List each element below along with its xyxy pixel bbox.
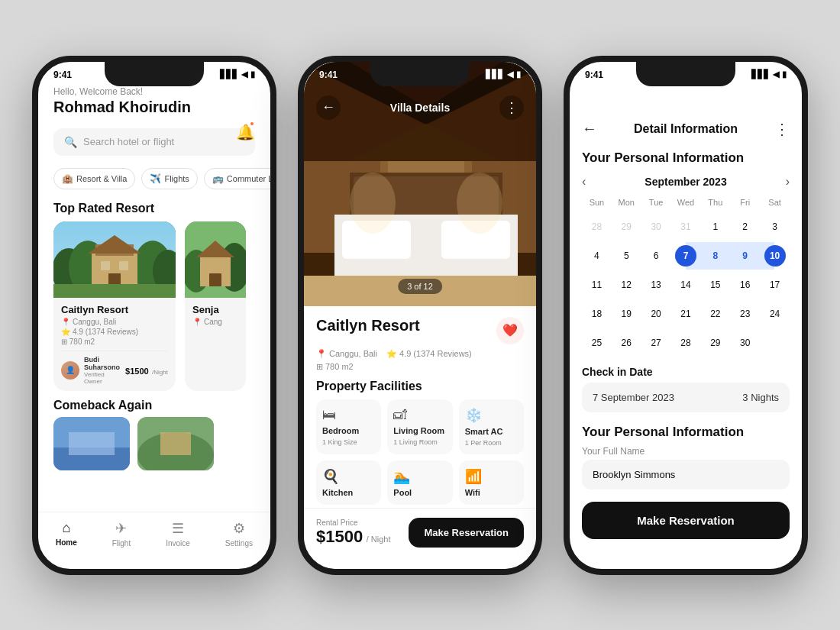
filter-flights[interactable]: ✈️ Flights bbox=[141, 168, 197, 189]
day-thu: Thu bbox=[700, 195, 730, 210]
nav-flight[interactable]: ✈ Flight bbox=[112, 520, 131, 548]
reserve-button[interactable]: Make Reservation bbox=[582, 502, 790, 539]
cal-day-22[interactable]: 22 bbox=[700, 300, 730, 328]
cal-day-29[interactable]: 29 bbox=[700, 329, 730, 357]
cal-day-29p[interactable]: 29 bbox=[612, 213, 641, 241]
resort-card-1[interactable]: Caitlyn Resort 📍 Canggu, Bali ⭐ 4.9 (137… bbox=[53, 221, 176, 391]
cal-day-28[interactable]: 28 bbox=[671, 329, 701, 357]
facility-living-sub: 1 Living Room bbox=[393, 438, 438, 446]
cal-day-20[interactable]: 20 bbox=[641, 300, 671, 328]
cal-day-2[interactable]: 2 bbox=[730, 213, 760, 241]
cal-day-empty bbox=[760, 329, 790, 357]
cal-day-18[interactable]: 18 bbox=[582, 300, 612, 328]
flight-nav-icon: ✈ bbox=[115, 520, 127, 537]
cal-day-3[interactable]: 3 bbox=[760, 213, 790, 241]
cal-day-16[interactable]: 16 bbox=[730, 271, 760, 299]
phone-notch-2 bbox=[370, 62, 470, 86]
filter-commuter[interactable]: 🚌 Commuter Line bbox=[204, 168, 270, 189]
filter-resort-label: Resort & Villa bbox=[76, 174, 127, 183]
cal-day-25[interactable]: 25 bbox=[582, 329, 612, 357]
villa-price-unit: / Night bbox=[367, 535, 391, 544]
svg-rect-23 bbox=[160, 432, 191, 455]
cal-day-26[interactable]: 26 bbox=[612, 329, 641, 357]
cal-day-28p[interactable]: 28 bbox=[582, 213, 612, 241]
cal-day-5[interactable]: 5 bbox=[612, 242, 641, 270]
calendar-day-names: Sun Mon Tue Wed Thu Fri Sat bbox=[582, 195, 790, 210]
villa-location: 📍 Canggu, Bali bbox=[316, 349, 377, 359]
name-field-label: Your Full Name bbox=[582, 446, 790, 457]
facility-ac-name: Smart AC bbox=[465, 427, 503, 436]
cal-day-30p[interactable]: 30 bbox=[641, 213, 671, 241]
status-icons-3: ▋▋▋ ◀ ▮ bbox=[751, 69, 787, 79]
p3-more-button[interactable]: ⋮ bbox=[774, 120, 790, 138]
checkin-row: 7 September 2023 3 Nights bbox=[582, 383, 790, 412]
cal-day-14[interactable]: 14 bbox=[671, 271, 701, 299]
nav-invoice[interactable]: ☰ Invoice bbox=[166, 520, 190, 548]
cal-week-4: 18 19 20 21 22 23 24 bbox=[582, 300, 790, 328]
personal-section-title: Your Personal Information bbox=[582, 425, 790, 440]
p3-back-button[interactable]: ← bbox=[582, 120, 597, 137]
facility-wifi-name: Wifi bbox=[465, 488, 480, 497]
svg-point-42 bbox=[350, 173, 396, 234]
phone-home: 9:41 ▋▋▋ ◀ ▮ Hello, Welcome Back! Rohmad… bbox=[32, 56, 276, 575]
nav-settings[interactable]: ⚙ Settings bbox=[225, 520, 253, 548]
villa-back-button[interactable]: ← bbox=[316, 95, 341, 120]
svg-rect-11 bbox=[53, 284, 176, 298]
cal-day-13[interactable]: 13 bbox=[641, 271, 671, 299]
facility-bedroom-name: Bedroom bbox=[322, 426, 359, 435]
cal-day-30[interactable]: 30 bbox=[730, 329, 760, 357]
cal-month-label: September 2023 bbox=[645, 176, 726, 188]
cal-day-7[interactable]: 7 bbox=[671, 242, 701, 270]
cal-next-button[interactable]: › bbox=[786, 175, 790, 189]
cal-day-11[interactable]: 11 bbox=[582, 271, 612, 299]
time-1: 9:41 bbox=[53, 69, 72, 80]
cal-day-17[interactable]: 17 bbox=[760, 271, 790, 299]
cal-day-10[interactable]: 10 bbox=[760, 242, 790, 270]
cal-day-19[interactable]: 19 bbox=[612, 300, 641, 328]
cal-day-6[interactable]: 6 bbox=[641, 242, 671, 270]
ac-icon: ❄️ bbox=[465, 407, 482, 424]
cal-day-24[interactable]: 24 bbox=[760, 300, 790, 328]
calendar-nav: ‹ September 2023 › bbox=[582, 172, 790, 195]
checkin-label: Check in Date bbox=[582, 366, 790, 378]
cal-day-31p[interactable]: 31 bbox=[671, 213, 701, 241]
time-3: 9:41 bbox=[585, 69, 603, 80]
villa-reserve-button[interactable]: Make Reservation bbox=[409, 518, 524, 548]
cal-day-12[interactable]: 12 bbox=[612, 271, 641, 299]
villa-top-bar: ← Villa Details ⋮ bbox=[304, 95, 536, 120]
cal-day-9[interactable]: 9 bbox=[730, 242, 760, 270]
day-tue: Tue bbox=[641, 195, 671, 210]
search-bar[interactable]: 🔍 Search hotel or flight bbox=[53, 128, 255, 156]
cal-day-1[interactable]: 1 bbox=[700, 213, 730, 241]
resort-1-price: $1500 /Night bbox=[125, 363, 168, 377]
resort-card-2[interactable]: Senja 📍Cang bbox=[185, 221, 246, 391]
resort-2-info: Senja 📍Cang bbox=[185, 298, 246, 332]
calendar: ‹ September 2023 › Sun Mon Tue Wed Thu F… bbox=[582, 172, 790, 357]
comeback-card-1[interactable] bbox=[53, 417, 130, 470]
filter-resort[interactable]: 🏨 Resort & Villa bbox=[53, 168, 135, 189]
top-rated-title: Top Rated Resort bbox=[38, 195, 270, 221]
nav-home-label: Home bbox=[56, 538, 77, 547]
cal-day-21[interactable]: 21 bbox=[671, 300, 701, 328]
resort-1-name: Caitlyn Resort bbox=[61, 304, 168, 315]
villa-loc-row: 📍 Canggu, Bali ⭐ 4.9 (1374 Reviews) bbox=[316, 349, 524, 359]
signal-icon-2: ▋▋▋ bbox=[486, 69, 504, 79]
cal-day-8[interactable]: 8 bbox=[700, 242, 730, 270]
time-2: 9:41 bbox=[319, 69, 338, 80]
villa-more-button[interactable]: ⋮ bbox=[499, 95, 524, 120]
name-input-field[interactable]: Brooklyn Simmons bbox=[582, 460, 790, 489]
nav-home[interactable]: ⌂ Home bbox=[56, 520, 77, 548]
cal-day-23[interactable]: 23 bbox=[730, 300, 760, 328]
cal-day-15[interactable]: 15 bbox=[700, 271, 730, 299]
favorite-button[interactable]: ❤️ bbox=[496, 317, 524, 344]
comeback-card-2[interactable] bbox=[137, 417, 214, 470]
phone-detail-info: 9:41 ▋▋▋ ◀ ▮ ← Detail Information ⋮ Your… bbox=[564, 56, 808, 575]
status-icons-2: ▋▋▋ ◀ ▮ bbox=[486, 69, 521, 79]
cal-day-27[interactable]: 27 bbox=[641, 329, 671, 357]
villa-title: Villa Details bbox=[390, 102, 450, 114]
resort-2-name: Senja bbox=[192, 304, 238, 315]
facility-living-name: Living Room bbox=[393, 426, 444, 435]
cal-prev-button[interactable]: ‹ bbox=[582, 175, 586, 189]
resort-cards: Caitlyn Resort 📍 Canggu, Bali ⭐ 4.9 (137… bbox=[38, 221, 270, 391]
cal-day-4[interactable]: 4 bbox=[582, 242, 612, 270]
